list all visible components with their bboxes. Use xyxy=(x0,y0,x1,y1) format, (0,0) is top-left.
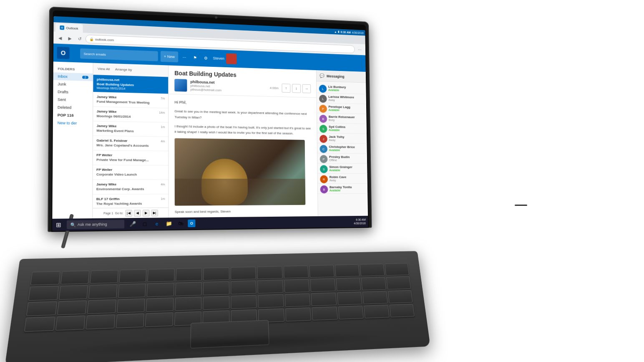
start-button[interactable]: ⊞ xyxy=(52,219,65,231)
key-28[interactable] xyxy=(386,276,411,289)
key-36[interactable] xyxy=(231,295,257,309)
folder-pop116[interactable]: POP 116 xyxy=(53,111,93,119)
page-next-btn[interactable]: ▶ xyxy=(142,210,149,217)
key-8[interactable] xyxy=(230,267,256,280)
page-prev-btn[interactable]: ◀ xyxy=(134,210,141,217)
view-all-btn[interactable]: View All xyxy=(96,66,112,72)
key-19[interactable] xyxy=(146,283,174,297)
key-54[interactable] xyxy=(338,306,364,319)
email-item-1[interactable]: Jamey Wike 7m Fund Management Trus Meeti… xyxy=(93,92,168,109)
page-first-btn[interactable]: |◀ xyxy=(125,210,132,217)
forward-email-btn[interactable]: → xyxy=(302,84,311,94)
key-55[interactable] xyxy=(364,304,390,318)
key-16[interactable] xyxy=(58,285,88,300)
email-item-5[interactable]: FP Weller Private View for Fund Manage..… xyxy=(93,151,169,166)
key-13[interactable] xyxy=(360,263,385,276)
contact-item-3[interactable]: B Barrie Reisenauer Busy xyxy=(317,113,367,124)
taskbar-mic-icon[interactable]: 🎤 xyxy=(128,219,137,229)
contact-item-6[interactable]: C Christopher Brice Available xyxy=(317,143,367,154)
key-52[interactable] xyxy=(285,307,311,321)
taskbar-edge-icon[interactable]: e xyxy=(152,219,162,228)
key-3[interactable] xyxy=(90,270,118,284)
refresh-button[interactable]: ↺ xyxy=(76,35,84,43)
key-32[interactable] xyxy=(117,298,145,313)
email-item-4[interactable]: Gabriel S. Feistner 4m Mrs. Jane Copelan… xyxy=(93,136,169,152)
key-53[interactable] xyxy=(312,306,337,321)
forward-button[interactable]: ▶ xyxy=(66,34,74,42)
outlook-search[interactable]: Search emails xyxy=(80,48,158,61)
key-46[interactable] xyxy=(116,313,144,328)
contact-item-8[interactable]: S Simon Grainger Available xyxy=(317,163,367,174)
new-folder-link[interactable]: New to der xyxy=(53,119,93,127)
key-20[interactable] xyxy=(175,282,202,296)
reply-all-btn[interactable]: ↕ xyxy=(292,84,301,93)
taskbar-action-center[interactable]: ◻ xyxy=(140,219,150,229)
key-43[interactable] xyxy=(24,316,55,332)
flag-icon-btn[interactable]: ⚑ xyxy=(191,53,200,63)
email-item-2[interactable]: Jamey Wike 14m Moorings 06/01/2014 xyxy=(93,107,168,123)
key-10[interactable] xyxy=(283,266,309,278)
taskbar-files-icon[interactable]: 📁 xyxy=(164,219,173,228)
key-35[interactable] xyxy=(203,296,229,310)
key-7[interactable] xyxy=(203,267,229,281)
filter-icon-btn[interactable]: ⚙ xyxy=(201,53,211,63)
key-31[interactable] xyxy=(87,299,116,314)
key-25[interactable] xyxy=(310,278,335,292)
key-12[interactable] xyxy=(335,264,360,277)
page-last-btn[interactable]: ▶| xyxy=(151,210,158,216)
key-14[interactable] xyxy=(385,263,410,276)
key-15[interactable] xyxy=(28,286,59,301)
contact-item-4[interactable]: S Syd Collins Available xyxy=(317,123,367,134)
contact-item-1[interactable]: L Larissa Whitmore Away xyxy=(317,93,366,104)
key-44[interactable] xyxy=(55,315,86,331)
key-22[interactable] xyxy=(230,281,256,294)
key-2[interactable] xyxy=(60,271,89,285)
key-5[interactable] xyxy=(147,268,174,282)
key-18[interactable] xyxy=(118,284,146,298)
key-37[interactable] xyxy=(258,294,284,308)
key-29[interactable] xyxy=(26,301,57,316)
key-6[interactable] xyxy=(176,268,202,282)
folder-drafts[interactable]: Drafts xyxy=(53,88,93,96)
browser-tab-outlook[interactable]: O Outlook xyxy=(55,23,83,33)
contact-item-0[interactable]: L Liz Bunbury Available xyxy=(317,83,366,94)
key-23[interactable] xyxy=(257,280,283,294)
email-item-3[interactable]: Jamey Wike 1m Marketing Event Plans xyxy=(93,122,168,137)
key-45[interactable] xyxy=(86,314,115,329)
contact-item-2[interactable]: P Penelope Lagg Available xyxy=(317,103,367,114)
key-42[interactable] xyxy=(387,290,413,303)
folder-sent[interactable]: Sent xyxy=(53,96,93,104)
key-33[interactable] xyxy=(146,297,174,312)
back-button[interactable]: ◀ xyxy=(56,34,64,42)
email-item-6[interactable]: FP Weller Corporate Video Launch xyxy=(93,165,169,180)
contact-item-9[interactable]: R Robin Cave Away xyxy=(318,174,367,184)
taskbar-outlook-icon[interactable]: O xyxy=(188,220,195,227)
key-56[interactable] xyxy=(389,304,415,317)
contact-item-5[interactable]: J Jack Tsihy Away xyxy=(317,133,367,144)
folder-junk[interactable]: Junk xyxy=(53,80,93,89)
key-4[interactable] xyxy=(119,269,147,283)
key-21[interactable] xyxy=(203,281,229,295)
contact-item-10[interactable]: B Barnaby Tonita Available xyxy=(318,184,367,194)
key-47[interactable] xyxy=(145,312,173,327)
key-41[interactable] xyxy=(362,291,388,304)
reply-btn[interactable]: ↑ xyxy=(282,84,290,93)
key-1[interactable] xyxy=(30,271,60,286)
compose-icon-btn[interactable]: ··· xyxy=(180,53,189,62)
key-11[interactable] xyxy=(309,265,335,278)
email-item-selected[interactable]: philbousa.net Boat Building Updates Moor… xyxy=(93,75,168,94)
contact-item-7[interactable]: P Presley Budin Offline xyxy=(317,153,367,164)
email-item-7[interactable]: Jamey Wike 4m Environmental Corp. Awards xyxy=(93,180,168,195)
key-9[interactable] xyxy=(257,266,282,279)
taskbar-store-icon[interactable]: 🛍 xyxy=(176,219,185,228)
key-27[interactable] xyxy=(361,277,386,290)
new-email-button[interactable]: + New xyxy=(161,51,178,62)
key-30[interactable] xyxy=(57,300,87,315)
key-17[interactable] xyxy=(88,284,117,299)
key-24[interactable] xyxy=(284,279,309,292)
folder-deleted[interactable]: Deleted xyxy=(53,104,93,112)
key-40[interactable] xyxy=(337,291,362,305)
key-26[interactable] xyxy=(336,278,361,291)
taskbar-search[interactable]: 🔍 Ask me anything xyxy=(67,220,124,229)
settings-button[interactable]: ⋯ xyxy=(356,46,363,53)
